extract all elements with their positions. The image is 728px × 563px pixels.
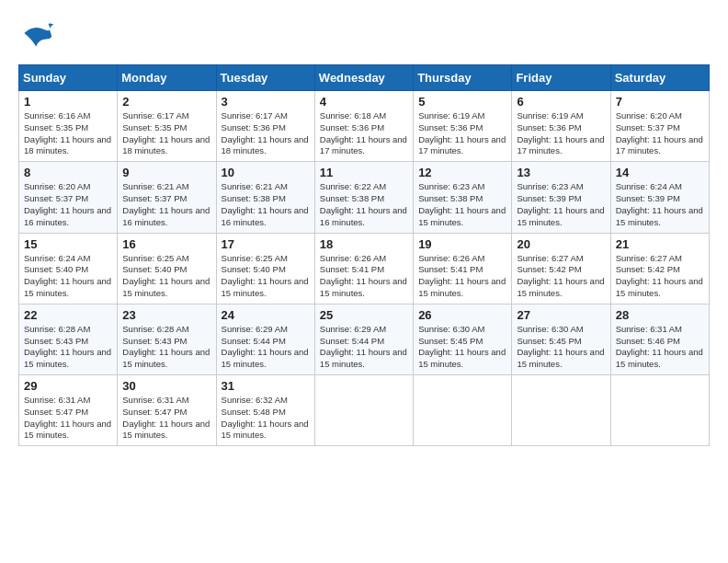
day-number: 20 [517,237,605,251]
day-number: 7 [616,95,704,109]
day-info: Sunrise: 6:18 AMSunset: 5:36 PMDaylight:… [320,110,408,157]
calendar-week-row: 29Sunrise: 6:31 AMSunset: 5:47 PMDayligh… [19,375,710,446]
day-info: Sunrise: 6:31 AMSunset: 5:47 PMDaylight:… [122,395,210,442]
calendar-cell: 29Sunrise: 6:31 AMSunset: 5:47 PMDayligh… [19,375,118,446]
calendar-cell: 17Sunrise: 6:25 AMSunset: 5:40 PMDayligh… [216,233,314,304]
day-number: 31 [222,379,310,393]
day-number: 15 [24,237,112,251]
calendar-cell [414,375,512,446]
calendar-cell: 2Sunrise: 6:17 AMSunset: 5:35 PMDaylight… [118,91,216,162]
calendar-cell [512,375,610,446]
day-number: 26 [418,308,506,322]
day-number: 12 [418,166,506,179]
day-number: 6 [517,95,605,109]
day-number: 21 [616,237,704,251]
day-info: Sunrise: 6:25 AMSunset: 5:40 PMDaylight:… [122,253,210,300]
page-header [18,18,710,55]
calendar-cell: 3Sunrise: 6:17 AMSunset: 5:36 PMDaylight… [216,91,314,162]
day-number: 25 [320,308,408,322]
calendar-cell: 11Sunrise: 6:22 AMSunset: 5:38 PMDayligh… [314,162,413,233]
weekday-header-friday: Friday [512,65,610,91]
day-info: Sunrise: 6:23 AMSunset: 5:38 PMDaylight:… [418,181,506,228]
weekday-header-row: SundayMondayTuesdayWednesdayThursdayFrid… [19,65,710,91]
day-number: 17 [222,237,310,251]
calendar-cell: 25Sunrise: 6:29 AMSunset: 5:44 PMDayligh… [314,304,413,374]
day-number: 3 [222,95,310,109]
day-info: Sunrise: 6:31 AMSunset: 5:47 PMDaylight:… [24,395,112,442]
calendar-cell: 28Sunrise: 6:31 AMSunset: 5:46 PMDayligh… [610,304,709,374]
calendar-cell: 12Sunrise: 6:23 AMSunset: 5:38 PMDayligh… [414,162,512,233]
day-number: 24 [222,308,310,322]
day-number: 1 [24,95,112,109]
day-info: Sunrise: 6:28 AMSunset: 5:43 PMDaylight:… [24,324,112,371]
day-info: Sunrise: 6:26 AMSunset: 5:41 PMDaylight:… [418,253,506,300]
day-info: Sunrise: 6:29 AMSunset: 5:44 PMDaylight:… [320,324,408,371]
calendar-cell: 31Sunrise: 6:32 AMSunset: 5:48 PMDayligh… [216,375,314,446]
calendar-week-row: 8Sunrise: 6:20 AMSunset: 5:37 PMDaylight… [19,162,710,233]
calendar-cell: 24Sunrise: 6:29 AMSunset: 5:44 PMDayligh… [216,304,314,374]
calendar-cell [610,375,709,446]
day-info: Sunrise: 6:20 AMSunset: 5:37 PMDaylight:… [616,110,704,157]
day-number: 14 [616,166,704,179]
weekday-header-tuesday: Tuesday [216,65,314,91]
day-info: Sunrise: 6:21 AMSunset: 5:37 PMDaylight:… [122,181,210,228]
calendar-cell: 19Sunrise: 6:26 AMSunset: 5:41 PMDayligh… [414,233,512,304]
calendar-week-row: 1Sunrise: 6:16 AMSunset: 5:35 PMDaylight… [19,91,710,162]
day-number: 18 [320,237,408,251]
day-info: Sunrise: 6:20 AMSunset: 5:37 PMDaylight:… [24,181,112,228]
calendar-week-row: 22Sunrise: 6:28 AMSunset: 5:43 PMDayligh… [19,304,710,374]
calendar-cell: 9Sunrise: 6:21 AMSunset: 5:37 PMDaylight… [118,162,216,233]
day-info: Sunrise: 6:32 AMSunset: 5:48 PMDaylight:… [222,395,310,442]
day-info: Sunrise: 6:17 AMSunset: 5:36 PMDaylight:… [222,110,310,157]
day-number: 28 [616,308,704,322]
logo-icon [18,18,55,55]
day-info: Sunrise: 6:27 AMSunset: 5:42 PMDaylight:… [517,253,605,300]
calendar-cell: 18Sunrise: 6:26 AMSunset: 5:41 PMDayligh… [314,233,413,304]
calendar-cell: 1Sunrise: 6:16 AMSunset: 5:35 PMDaylight… [19,91,118,162]
calendar-cell: 10Sunrise: 6:21 AMSunset: 5:38 PMDayligh… [216,162,314,233]
day-number: 9 [122,166,210,179]
day-info: Sunrise: 6:24 AMSunset: 5:40 PMDaylight:… [24,253,112,300]
day-number: 23 [122,308,210,322]
day-number: 19 [418,237,506,251]
day-number: 29 [24,379,112,393]
calendar-cell: 4Sunrise: 6:18 AMSunset: 5:36 PMDaylight… [314,91,413,162]
day-info: Sunrise: 6:30 AMSunset: 5:45 PMDaylight:… [517,324,605,371]
calendar-cell: 5Sunrise: 6:19 AMSunset: 5:36 PMDaylight… [414,91,512,162]
day-number: 10 [222,166,310,179]
weekday-header-thursday: Thursday [414,65,512,91]
day-info: Sunrise: 6:17 AMSunset: 5:35 PMDaylight:… [122,110,210,157]
calendar-cell: 8Sunrise: 6:20 AMSunset: 5:37 PMDaylight… [19,162,118,233]
calendar-cell: 22Sunrise: 6:28 AMSunset: 5:43 PMDayligh… [19,304,118,374]
day-info: Sunrise: 6:16 AMSunset: 5:35 PMDaylight:… [24,110,112,157]
calendar-cell: 13Sunrise: 6:23 AMSunset: 5:39 PMDayligh… [512,162,610,233]
day-number: 16 [122,237,210,251]
day-number: 4 [320,95,408,109]
calendar-table: SundayMondayTuesdayWednesdayThursdayFrid… [18,64,710,446]
calendar-cell: 27Sunrise: 6:30 AMSunset: 5:45 PMDayligh… [512,304,610,374]
calendar-cell [314,375,413,446]
day-info: Sunrise: 6:26 AMSunset: 5:41 PMDaylight:… [320,253,408,300]
calendar-cell: 23Sunrise: 6:28 AMSunset: 5:43 PMDayligh… [118,304,216,374]
calendar-cell: 30Sunrise: 6:31 AMSunset: 5:47 PMDayligh… [118,375,216,446]
day-number: 5 [418,95,506,109]
day-info: Sunrise: 6:22 AMSunset: 5:38 PMDaylight:… [320,181,408,228]
day-info: Sunrise: 6:31 AMSunset: 5:46 PMDaylight:… [616,324,704,371]
day-info: Sunrise: 6:19 AMSunset: 5:36 PMDaylight:… [418,110,506,157]
day-number: 13 [517,166,605,179]
day-info: Sunrise: 6:27 AMSunset: 5:42 PMDaylight:… [616,253,704,300]
day-info: Sunrise: 6:30 AMSunset: 5:45 PMDaylight:… [418,324,506,371]
day-info: Sunrise: 6:29 AMSunset: 5:44 PMDaylight:… [222,324,310,371]
weekday-header-saturday: Saturday [610,65,709,91]
day-info: Sunrise: 6:23 AMSunset: 5:39 PMDaylight:… [517,181,605,228]
day-info: Sunrise: 6:28 AMSunset: 5:43 PMDaylight:… [122,324,210,371]
day-number: 8 [24,166,112,179]
day-number: 22 [24,308,112,322]
day-info: Sunrise: 6:19 AMSunset: 5:36 PMDaylight:… [517,110,605,157]
day-number: 11 [320,166,408,179]
calendar-cell: 16Sunrise: 6:25 AMSunset: 5:40 PMDayligh… [118,233,216,304]
day-number: 27 [517,308,605,322]
calendar-cell: 21Sunrise: 6:27 AMSunset: 5:42 PMDayligh… [610,233,709,304]
logo [18,18,60,55]
day-info: Sunrise: 6:21 AMSunset: 5:38 PMDaylight:… [222,181,310,228]
